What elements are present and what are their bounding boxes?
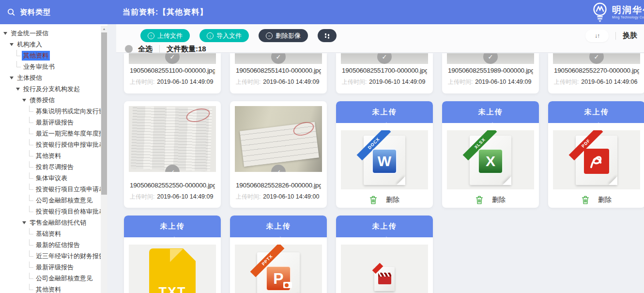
import-file-button[interactable]: 导入文件 <box>199 29 249 42</box>
tree-item-label[interactable]: 公司金融部核查意见 <box>34 196 94 205</box>
tree-item-label[interactable]: 投资银行项目价格审批表 <box>34 207 107 216</box>
tree-item-marker[interactable] <box>28 262 34 272</box>
tree-item-marker[interactable] <box>28 140 34 150</box>
tree-item-marker[interactable] <box>28 285 34 293</box>
delete-file-button[interactable]: 删除 <box>442 196 539 204</box>
tree-item[interactable]: 资金统一授信 <box>0 28 107 39</box>
caret-down-icon[interactable] <box>10 77 14 79</box>
caret-down-icon[interactable] <box>22 99 26 102</box>
tree-item-label[interactable]: 机构准入 <box>15 40 44 49</box>
tree-item-marker[interactable] <box>15 51 22 61</box>
tree-item-marker[interactable] <box>15 88 22 91</box>
tree-item[interactable]: 集体审议表 <box>0 172 107 184</box>
caret-down-icon[interactable] <box>16 88 20 91</box>
tree-item-label[interactable]: 债券授信 <box>28 95 56 105</box>
file-card-uploaded[interactable]: 190506082551989-000000.jpg 上传时间: 2019-06… <box>442 53 539 93</box>
tree-item[interactable]: 基础资料 <box>0 228 107 239</box>
tree-item[interactable]: 最近一期完整年度年度报告 <box>0 128 107 139</box>
upload-file-button[interactable]: 上传文件 <box>140 29 190 42</box>
tree-item-marker[interactable] <box>15 62 22 72</box>
tree-item-marker[interactable] <box>9 77 15 79</box>
file-card-uploaded[interactable]: 190506082552270-000000.jpg 上传时间: 2019-06… <box>548 53 644 93</box>
file-card-uploaded[interactable]: 190506082552826-000000.jpg 上传时间: 2019-06… <box>230 101 327 208</box>
tree-item-label[interactable]: 募集说明书或定向发行协议 <box>34 107 107 116</box>
document-photo-thumbnail[interactable] <box>235 106 322 172</box>
caret-down-icon[interactable] <box>3 32 7 35</box>
tree-item-marker[interactable] <box>9 43 15 46</box>
check-circle-icon[interactable] <box>165 165 180 172</box>
tree-item[interactable]: 公司金融部核查意见 <box>0 273 107 284</box>
tree-item[interactable]: 投前尽调报告 <box>0 161 107 172</box>
tree-item-marker[interactable] <box>28 229 34 239</box>
tree-item[interactable]: 最新评级报告 <box>0 262 107 273</box>
tree-item[interactable]: 其他资料 <box>0 284 107 293</box>
tree-item-label[interactable]: 近三年经审计的财务报告 <box>34 251 107 261</box>
select-all-radio[interactable] <box>125 45 133 53</box>
tree-item-label[interactable]: 投前尽调报告 <box>34 162 75 172</box>
delete-file-button[interactable]: 删除 <box>336 196 433 204</box>
tree-item-label[interactable]: 资金统一授信 <box>9 29 50 38</box>
tree-item[interactable]: 机构准入 <box>0 39 107 50</box>
file-card-uploaded[interactable]: 190506082551410-000000.jpg 上传时间: 2019-06… <box>230 53 327 93</box>
grid-view-button[interactable] <box>318 29 337 42</box>
caret-down-icon[interactable] <box>10 43 14 46</box>
tree-item-label[interactable]: 业务审批书 <box>22 62 56 72</box>
tree-item-marker[interactable] <box>28 162 34 172</box>
check-circle-icon[interactable] <box>271 165 286 172</box>
file-card-not-uploaded[interactable]: 未上传 TXT 删除 <box>124 216 221 293</box>
tree-item-label[interactable]: 最新的征信报告 <box>34 240 81 250</box>
tree-item-marker[interactable] <box>28 251 34 261</box>
tree-item-label[interactable]: 其他资料 <box>34 151 62 161</box>
tree-item-label[interactable]: 最新评级报告 <box>34 118 75 127</box>
tree-item-label[interactable]: 主体授信 <box>15 73 44 83</box>
file-card-not-uploaded[interactable]: 未上传 DOCX W 删除 <box>336 101 433 208</box>
tree-item[interactable]: 投行及分支机构发起 <box>0 83 107 94</box>
tree-item-marker[interactable] <box>3 32 9 35</box>
tree-item-label[interactable]: 其他资料 <box>34 285 62 293</box>
file-card-not-uploaded[interactable]: 未上传 删除 <box>336 216 433 293</box>
tree-item-label[interactable]: 最新评级报告 <box>34 262 75 272</box>
tree-item-marker[interactable] <box>28 173 34 183</box>
tree-item[interactable]: 投资银行项目价格审批表 <box>0 206 107 217</box>
scrollbar-up-arrow-icon[interactable] <box>101 26 107 32</box>
file-card-not-uploaded[interactable]: 未上传 PDF 删除 <box>548 101 644 208</box>
tree-item-label[interactable]: 投行及分支机构发起 <box>22 84 81 94</box>
tree-item-marker[interactable] <box>28 185 34 194</box>
file-card-uploaded[interactable]: 190506082551700-000000.jpg 上传时间: 2019-06… <box>336 53 433 93</box>
file-card-uploaded[interactable]: 190506082551100-000000.jpg 上传时间: 2019-06… <box>124 53 221 93</box>
tree-item-marker[interactable] <box>22 221 28 224</box>
tree-item[interactable]: 债券授信 <box>0 94 107 106</box>
scrollbar-thumb[interactable] <box>101 32 107 195</box>
tree-item[interactable]: 最新评级报告 <box>0 117 107 128</box>
sidebar-scrollbar[interactable] <box>101 26 107 293</box>
tree-item[interactable]: 主体授信 <box>0 72 107 83</box>
tree-item-label[interactable]: 投资银行项目立项申请表 <box>34 185 107 194</box>
tree-item-label[interactable]: 最近一期完整年度年度报告 <box>34 129 107 139</box>
tree-item-marker[interactable] <box>28 196 34 205</box>
tree-item[interactable]: 业务审批书 <box>0 61 107 72</box>
tree-item[interactable]: 其他资料 <box>0 50 107 61</box>
tree-item[interactable]: 零售金融部信托代销 <box>0 217 107 228</box>
caret-down-icon[interactable] <box>22 221 26 224</box>
tree-item-marker[interactable] <box>28 118 34 127</box>
tree-item-marker[interactable] <box>28 151 34 161</box>
tree-item-marker[interactable] <box>28 274 34 283</box>
tree-item[interactable]: 公司金融部核查意见 <box>0 195 107 206</box>
tree-item-marker[interactable] <box>28 107 34 116</box>
tree-item-label[interactable]: 基础资料 <box>34 229 62 239</box>
tree-item[interactable]: 投资银行授信申报审批表 <box>0 139 107 150</box>
tree-item-label[interactable]: 零售金融部信托代销 <box>28 218 88 228</box>
tree-item[interactable]: 近三年经审计的财务报告 <box>0 250 107 262</box>
tree-item-label[interactable]: 集体审议表 <box>34 173 69 183</box>
tree-item-marker[interactable] <box>28 207 34 216</box>
file-card-not-uploaded[interactable]: 未上传 PPTX P 删除 <box>230 216 327 293</box>
file-card-not-uploaded[interactable]: 未上传 XLSX X 删除 <box>442 101 539 208</box>
change-skin-button[interactable]: 换肤 <box>623 31 637 40</box>
tree-item-label[interactable]: 其他资料 <box>22 51 50 61</box>
delete-file-button[interactable]: 删除 <box>548 196 644 204</box>
sort-button[interactable] <box>585 30 609 42</box>
document-photo-thumbnail[interactable] <box>129 106 216 172</box>
file-card-uploaded[interactable]: 190506082552550-000000.jpg 上传时间: 2019-06… <box>124 101 221 208</box>
tree-item-marker[interactable] <box>28 129 34 139</box>
tree-item[interactable]: 募集说明书或定向发行协议 <box>0 106 107 117</box>
